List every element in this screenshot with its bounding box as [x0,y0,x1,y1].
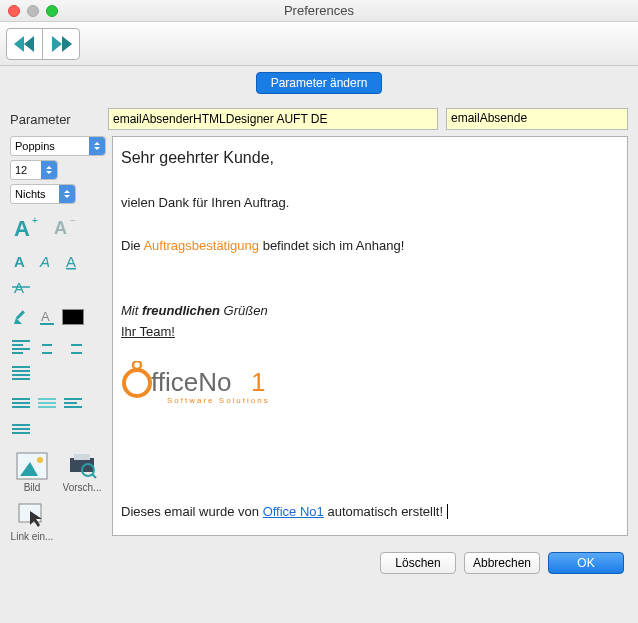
svg-text:A: A [66,253,76,270]
parameter-row: Parameter emailAbsende [0,104,638,136]
svg-text:−: − [70,215,76,226]
svg-marker-2 [52,36,62,52]
pencil-icon[interactable] [10,306,32,328]
svg-text:A: A [54,218,67,238]
email-editor[interactable]: Sehr geehrter Kunde, vielen Dank für Ihr… [112,136,628,536]
insert-link-label: Link ein... [11,531,54,542]
svg-line-23 [92,474,96,478]
style-select-value: Nichts [15,188,46,200]
list-1-icon[interactable] [10,392,32,414]
svg-text:A: A [14,216,30,240]
svg-rect-16 [40,323,54,325]
logo-subtext: Software Solutions [167,396,270,405]
svg-text:A: A [41,309,50,324]
preview-label: Vorsch... [63,482,102,493]
align-center-icon[interactable] [36,336,58,358]
toolbar [0,22,638,66]
svg-text:A: A [39,253,50,270]
decrease-font-icon[interactable]: A− [48,212,82,242]
align-right-icon[interactable] [62,336,84,358]
titlebar: Preferences [0,0,638,22]
list-4-icon[interactable] [10,418,32,440]
editor-greeting: Sehr geehrter Kunde, [121,147,619,169]
svg-point-27 [133,361,141,369]
size-select[interactable]: 12 [10,160,58,180]
svg-text:+: + [32,215,38,226]
image-icon [16,452,48,480]
logo: fficeNo 1 Software Solutions [121,361,619,410]
parameter-input-1[interactable] [108,108,438,130]
editor-line-1: vielen Dank für Ihren Auftrag. [121,194,619,212]
list-2-icon[interactable] [36,392,58,414]
svg-point-19 [37,457,43,463]
editor-line-4: Ihr Team! [121,323,619,341]
parameter-label: Parameter [10,112,100,127]
style-select[interactable]: Nichts [10,184,76,204]
color-swatch[interactable] [62,306,84,328]
nav-group [6,28,80,60]
insert-image-label: Bild [24,482,41,493]
insert-link-button[interactable]: Link ein... [10,501,54,542]
delete-button[interactable]: Löschen [380,552,456,574]
nav-next-button[interactable] [43,29,79,59]
svg-marker-3 [62,36,72,52]
link-cursor-icon [16,501,48,529]
editor-line-3: Mit freundlichen Grüßen [121,302,619,320]
text-color-icon[interactable]: A [36,306,58,328]
editor-footer: Dieses email wurde von Office No1 automa… [121,503,619,525]
svg-rect-14 [16,310,25,319]
list-3-icon[interactable] [62,392,84,414]
text-style-a1-icon[interactable]: A [10,250,32,272]
format-sidebar: Poppins 12 Nichts A+ A− A A A A A [10,136,106,542]
text-style-a2-icon[interactable]: A [36,250,58,272]
font-select-value: Poppins [15,140,55,152]
svg-marker-0 [14,36,24,52]
align-justify-icon[interactable] [10,362,32,384]
svg-text:A: A [14,253,25,270]
preview-button[interactable]: Vorsch... [60,452,104,493]
printer-preview-icon [66,452,98,480]
svg-rect-21 [74,454,90,460]
banner-row: Parameter ändern [0,66,638,104]
align-left-icon[interactable] [10,336,32,358]
office-no1-link[interactable]: Office No1 [263,504,324,519]
svg-marker-1 [24,36,34,52]
svg-text:1: 1 [251,367,265,397]
window-title: Preferences [0,3,638,18]
banner-label: Parameter ändern [256,72,383,94]
text-style-a3-icon[interactable]: A [62,250,84,272]
editor-line-2: Die Auftragsbestätigung befindet sich im… [121,237,619,255]
cancel-button[interactable]: Abbrechen [464,552,540,574]
parameter-input-2[interactable]: emailAbsende [446,108,628,130]
increase-font-icon[interactable]: A+ [10,212,44,242]
font-select[interactable]: Poppins [10,136,106,156]
insert-image-button[interactable]: Bild [10,452,54,493]
dialog-buttons: Löschen Abbrechen OK [0,542,638,574]
ok-button[interactable]: OK [548,552,624,574]
size-select-value: 12 [15,164,27,176]
svg-point-26 [124,370,150,396]
nav-prev-button[interactable] [7,29,43,59]
text-style-a4-icon[interactable]: A [10,276,32,298]
logo-text: fficeNo [151,367,231,397]
